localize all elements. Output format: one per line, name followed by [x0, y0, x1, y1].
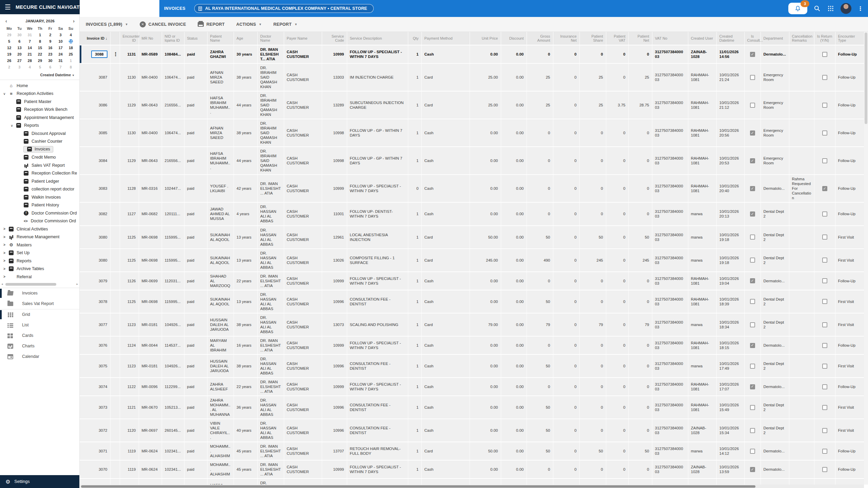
sidebar-view-charts[interactable]: Charts — [0, 341, 79, 351]
search-button[interactable] — [813, 5, 821, 12]
column-header-inv[interactable]: Invoice ID ↓ — [80, 32, 110, 45]
calendar-day[interactable]: 3 — [55, 32, 65, 38]
is-consult-checkbox[interactable] — [750, 343, 755, 348]
calendar-day[interactable]: 7 — [55, 64, 65, 70]
column-header-etype[interactable]: Encounter Type — [835, 32, 864, 45]
is-consult-checkbox[interactable] — [750, 449, 755, 454]
invoice-row-3080[interactable]: 30801125MR-0698115995...paidSUKAINAH AL … — [80, 249, 864, 272]
invoice-row-3085[interactable]: 30851130MR-0400106474...paidAFNAN MIRZA … — [80, 119, 864, 147]
calendar-day[interactable]: 22 — [35, 52, 45, 57]
is-return-checkbox[interactable] — [822, 186, 827, 191]
calendar-day[interactable]: 14 — [25, 45, 35, 51]
calendar-day[interactable]: 8 — [66, 64, 76, 70]
horizontal-scrollbar-thumb[interactable] — [81, 485, 755, 488]
user-avatar[interactable] — [841, 3, 851, 14]
chevron-right-icon[interactable]: > — [2, 275, 7, 279]
column-header-menu[interactable] — [110, 32, 120, 45]
invoice-row-3076[interactable]: 30761124MR-0044114537...paidMARYAM AL IB… — [80, 336, 864, 354]
is-consult-checkbox[interactable] — [750, 384, 755, 389]
column-header-dt[interactable]: Created Datetime — [716, 32, 744, 45]
is-return-checkbox[interactable] — [822, 428, 827, 433]
is-consult-checkbox[interactable] — [750, 52, 755, 57]
is-return-checkbox[interactable] — [822, 364, 827, 369]
overflow-menu-icon[interactable]: ⋮ — [857, 5, 863, 12]
created-datetime-sort[interactable]: Created Datetime ▼ — [0, 70, 79, 80]
is-consult-checkbox[interactable] — [750, 278, 755, 283]
actions-dropdown[interactable]: ACTIONS▼ — [236, 22, 262, 27]
is-return-checkbox[interactable] — [822, 449, 827, 454]
is-return-checkbox[interactable] — [822, 235, 827, 240]
column-header-pay[interactable]: Payment Method — [421, 32, 470, 45]
sidebar-view-cards[interactable]: Cards — [0, 330, 79, 341]
sidebar-item-revenue-management[interactable]: >Revenue Management — [0, 233, 79, 241]
sidebar-item-doctor-commission-ord[interactable]: <>Doctor Commission Ord — [0, 217, 79, 225]
invoice-row-3077[interactable]: 30771123MR-0181104926...paidHUSSAIN DALE… — [80, 313, 864, 336]
chevron-right-icon[interactable]: > — [2, 227, 7, 231]
calendar-day[interactable]: 28 — [25, 58, 35, 64]
sidebar-view-grid[interactable]: Grid — [0, 309, 79, 320]
is-return-checkbox[interactable] — [822, 405, 827, 410]
column-header-gross[interactable]: Gross Amount — [527, 32, 553, 45]
calendar-day[interactable]: 8 — [35, 39, 45, 44]
chevron-down-icon[interactable]: ∨ — [2, 92, 7, 96]
invoice-row-3072[interactable]: 30721120MR-0697260145...paidVIBIN VALE C… — [80, 419, 864, 442]
calendar-day[interactable]: 15 — [35, 45, 45, 51]
is-return-checkbox[interactable] — [822, 278, 827, 283]
calendar-day[interactable]: 31 — [25, 32, 35, 38]
is-return-checkbox[interactable] — [822, 75, 827, 80]
invoice-row-3070[interactable]: 30701119MR-0624102341...paidMOHAMM... AL… — [80, 460, 864, 479]
sidebar-item-masters[interactable]: >⚙Masters — [0, 241, 79, 249]
calendar-day[interactable]: 21 — [25, 52, 35, 57]
sidebar-item-invoices[interactable]: Invoices — [0, 145, 79, 154]
calendar-day[interactable]: 24 — [55, 52, 65, 57]
column-header-status[interactable]: Status — [184, 32, 207, 45]
invoice-row-3071[interactable]: 30711119MR-0624102341...paidMOHAMM... AL… — [80, 442, 864, 460]
is-return-checkbox[interactable] — [822, 299, 827, 304]
scroll-right-icon[interactable]: ▸ — [76, 282, 78, 286]
calendar-day[interactable]: 13 — [14, 45, 24, 51]
column-header-patient[interactable]: Patient Name — [207, 32, 234, 45]
calendar-day[interactable]: 3 — [14, 64, 24, 70]
scroll-left-icon[interactable]: ◂ — [1, 282, 3, 286]
notifications-button[interactable]: 3 — [788, 3, 807, 14]
invoice-id-box[interactable]: 3088 — [91, 50, 107, 58]
calendar-day[interactable]: 23 — [45, 52, 55, 57]
column-header-ret[interactable]: Is Return (Y/N) — [814, 32, 835, 45]
sidebar-view-list[interactable]: List — [0, 320, 79, 330]
invoice-row-3075[interactable]: 30751123MR-0181104926...paidHUSSAIN DALE… — [80, 354, 864, 378]
report-dropdown[interactable]: REPORT▼ — [273, 22, 297, 27]
is-return-checkbox[interactable] — [822, 158, 827, 163]
apps-grid-button[interactable] — [827, 5, 834, 12]
calendar-day[interactable]: 9 — [45, 39, 55, 44]
calendar-day[interactable]: 6 — [14, 39, 24, 44]
calendar-day[interactable]: 12 — [4, 45, 14, 51]
calendar-next-icon[interactable]: › — [73, 18, 75, 24]
sidebar-item-credit-memo[interactable]: Credit Memo — [0, 154, 79, 162]
chevron-right-icon[interactable]: > — [2, 243, 7, 247]
chevron-right-icon[interactable]: > — [2, 259, 7, 263]
sidebar-item-reception-activities[interactable]: ∨≡Reception Activities — [0, 90, 79, 98]
is-consult-checkbox[interactable] — [750, 364, 755, 369]
calendar-day[interactable]: 30 — [45, 58, 55, 64]
column-header-cancel[interactable]: Cancellation Remarks — [789, 32, 814, 45]
calendar-day[interactable]: 26 — [4, 58, 14, 64]
calendar-day[interactable]: 4 — [25, 64, 35, 70]
is-return-checkbox[interactable] — [822, 258, 827, 263]
sidebar-item-set-up[interactable]: >Set Up — [0, 249, 79, 257]
is-consult-checkbox[interactable] — [750, 186, 755, 191]
calendar-prev-icon[interactable]: ‹ — [5, 18, 7, 24]
sidebar-item-sales-vat-report[interactable]: Sales VAT Report — [0, 161, 79, 169]
column-header-nid[interactable]: NID or Iqama ID — [162, 32, 184, 45]
sidebar-scrollbar-thumb[interactable] — [5, 283, 56, 286]
column-header-payer[interactable]: Payer Name — [284, 32, 322, 45]
is-return-checkbox[interactable] — [822, 384, 827, 389]
column-header-enc[interactable]: Encounter ID — [120, 32, 139, 45]
calendar-day[interactable]: 19 — [4, 52, 14, 57]
calendar-day[interactable]: 6 — [45, 64, 55, 70]
invoice-row-3087[interactable]: 30871130MR-0400106474...paidAFNAN MIRZA … — [80, 63, 864, 91]
calendar-day[interactable]: 17 — [55, 45, 65, 51]
sidebar-item-patient-master[interactable]: Patient Master — [0, 98, 79, 106]
sidebar-item-appointment-management[interactable]: Appointment Management — [0, 114, 79, 122]
sidebar-item-reception-collection-re[interactable]: Reception Collection Re — [0, 169, 79, 178]
is-consult-checkbox[interactable] — [750, 235, 755, 240]
